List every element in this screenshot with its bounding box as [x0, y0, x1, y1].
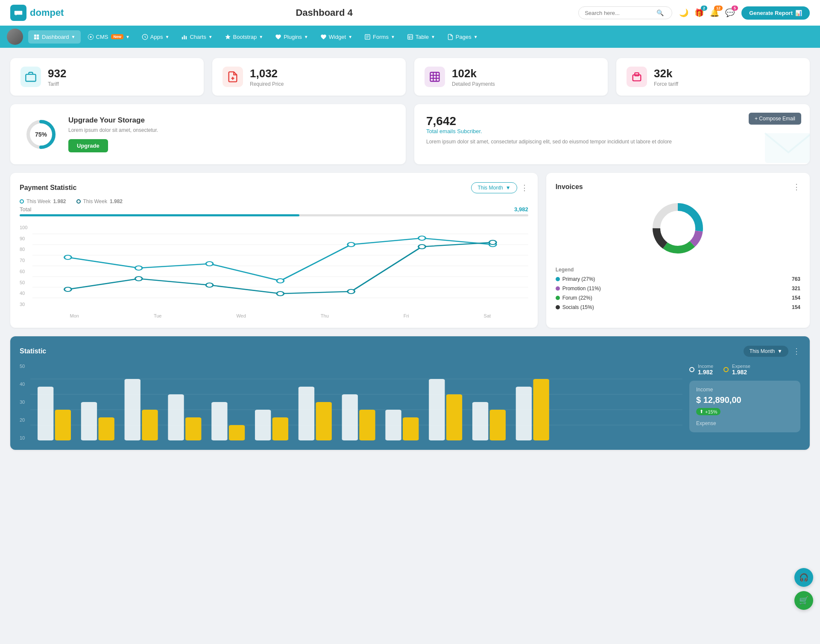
search-input[interactable]	[585, 10, 653, 16]
svg-point-50	[419, 245, 426, 249]
forum-color	[556, 296, 560, 300]
header-icons: 🌙 🎁2 🔔12 💬5	[679, 8, 735, 17]
primary-label: Primary (27%)	[562, 276, 595, 282]
search-icon: 🔍	[656, 9, 664, 16]
nav-apps-arrow: ▼	[165, 35, 169, 39]
payment-filter-label: This Month	[477, 185, 503, 191]
legend-value-2: 1.982	[110, 198, 123, 204]
invoices-more-button[interactable]: ⋮	[793, 182, 800, 192]
sidebar-item-cms[interactable]: CMS New ▼	[82, 30, 135, 44]
logo: dompet	[10, 5, 70, 21]
search-box[interactable]: 🔍	[578, 6, 672, 19]
nav-charts-label: Charts	[190, 34, 206, 40]
svg-point-51	[489, 240, 496, 245]
main-content: 932 Tariff 1,032 Required Price 102k Det…	[0, 48, 820, 460]
svg-rect-0	[34, 34, 36, 36]
sidebar-item-plugins[interactable]: Plugins ▼	[270, 30, 313, 44]
sidebar-item-charts[interactable]: Charts ▼	[176, 30, 217, 44]
legend-forum-left: Forum (22%)	[556, 295, 592, 301]
sidebar-item-widget[interactable]: Widget ▼	[315, 30, 357, 44]
statistic-title: Statistic	[20, 347, 46, 355]
nav-table-arrow: ▼	[431, 35, 435, 39]
payment-total-row: Total 3,982	[20, 206, 528, 213]
email-desc: Lorem ipsum dolor sit amet, consectetur …	[426, 138, 798, 146]
statistic-controls: This Month ▼ ⋮	[744, 346, 800, 357]
bell-icon-btn[interactable]: 🔔12	[710, 8, 719, 17]
sidebar-item-bootstrap[interactable]: Bootstrap ▼	[220, 30, 269, 44]
required-price-icon	[223, 67, 243, 87]
stat-card-required-price: 1,032 Required Price	[212, 58, 406, 96]
detailed-payments-value: 102k	[452, 67, 495, 80]
detailed-payments-icon	[425, 67, 445, 87]
svg-point-39	[135, 266, 142, 270]
sidebar-item-pages[interactable]: Pages ▼	[442, 30, 483, 44]
header: dompet Dashboard 4 🔍 🌙 🎁2 🔔12 💬5 Generat…	[0, 0, 820, 26]
nav-pages-arrow: ▼	[474, 35, 478, 39]
storage-card: 75% Upgrade Your Storage Lorem ipsum dol…	[10, 104, 406, 164]
gift-icon-btn[interactable]: 🎁2	[694, 8, 704, 17]
payment-filter-button[interactable]: This Month ▼	[471, 182, 517, 193]
force-tariff-value: 32k	[654, 67, 678, 80]
svg-point-48	[277, 291, 284, 296]
svg-rect-73	[299, 387, 314, 440]
chat-icon-btn[interactable]: 💬5	[725, 8, 735, 17]
nav-table-label: Table	[416, 34, 429, 40]
force-tariff-icon	[627, 67, 647, 87]
invoices-header: Invoices ⋮	[556, 182, 800, 192]
total-label: Total	[20, 206, 31, 213]
statistic-body: 10 20 30 40 50	[20, 364, 800, 440]
svg-rect-83	[516, 387, 532, 440]
statistic-filter-button[interactable]: This Month ▼	[744, 346, 788, 357]
svg-point-42	[348, 242, 355, 247]
svg-point-49	[348, 289, 355, 294]
legend-item-1: This Week 1.982	[20, 198, 66, 204]
nav-plugins-arrow: ▼	[304, 35, 308, 39]
total-value: 3,982	[514, 206, 528, 213]
logo-text: dompet	[30, 7, 64, 18]
svg-point-4	[90, 36, 91, 38]
theme-toggle-icon[interactable]: 🌙	[679, 8, 688, 17]
compose-email-button[interactable]: + Compose Email	[749, 113, 801, 125]
svg-rect-79	[429, 379, 445, 440]
sidebar-item-table[interactable]: Table ▼	[402, 30, 440, 44]
forum-count: 154	[792, 295, 800, 301]
statistic-more-button[interactable]: ⋮	[793, 347, 800, 356]
stat-card-force-tariff: 32k Force tariff	[616, 58, 810, 96]
svg-point-46	[135, 277, 142, 281]
svg-rect-84	[533, 379, 549, 440]
invoices-title: Invoices	[556, 183, 583, 191]
required-price-info: 1,032 Required Price	[250, 67, 284, 87]
svg-rect-3	[37, 37, 39, 39]
bar-chart: 10 20 30 40 50	[20, 364, 682, 440]
income-value: 1.982	[698, 369, 713, 376]
svg-rect-82	[490, 410, 506, 440]
email-sub-label: Total emails Subcriber.	[426, 128, 798, 134]
sidebar-item-dashboard[interactable]: Dashboard ▼	[28, 30, 81, 44]
income-box-amount: $ 12,890,00	[696, 395, 794, 405]
svg-rect-78	[403, 417, 419, 440]
generate-report-button[interactable]: Generate Report 📊	[741, 6, 810, 20]
svg-marker-9	[225, 34, 231, 39]
income-label: Income	[698, 364, 713, 369]
svg-rect-76	[359, 410, 375, 440]
legend-primary: Primary (27%) 763	[556, 276, 800, 282]
payment-more-button[interactable]: ⋮	[521, 183, 528, 192]
sidebar-item-apps[interactable]: Apps ▼	[137, 30, 175, 44]
line-chart-container: 30 40 50 60 70 80 90 100	[20, 223, 528, 318]
svg-rect-74	[316, 402, 331, 440]
svg-rect-68	[185, 417, 201, 440]
svg-rect-7	[184, 35, 185, 39]
invoices-card: Invoices ⋮ Legend	[546, 173, 810, 328]
nav-charts-arrow: ▼	[208, 35, 213, 39]
storage-desc: Lorem ipsum dolor sit amet, onsectetur.	[68, 127, 158, 133]
upgrade-button[interactable]: Upgrade	[68, 139, 108, 152]
socials-color	[556, 305, 560, 309]
chart-icon: 📊	[795, 10, 802, 16]
legend-socials: Socials (15%) 154	[556, 304, 800, 310]
gift-badge: 2	[701, 6, 707, 11]
nav-apps-label: Apps	[150, 34, 163, 40]
nav-forms-arrow: ▼	[391, 35, 395, 39]
sidebar-item-forms[interactable]: Forms ▼	[359, 30, 400, 44]
chat-badge: 5	[732, 6, 738, 11]
email-card: + Compose Email 7,642 Total emails Subcr…	[414, 104, 810, 164]
